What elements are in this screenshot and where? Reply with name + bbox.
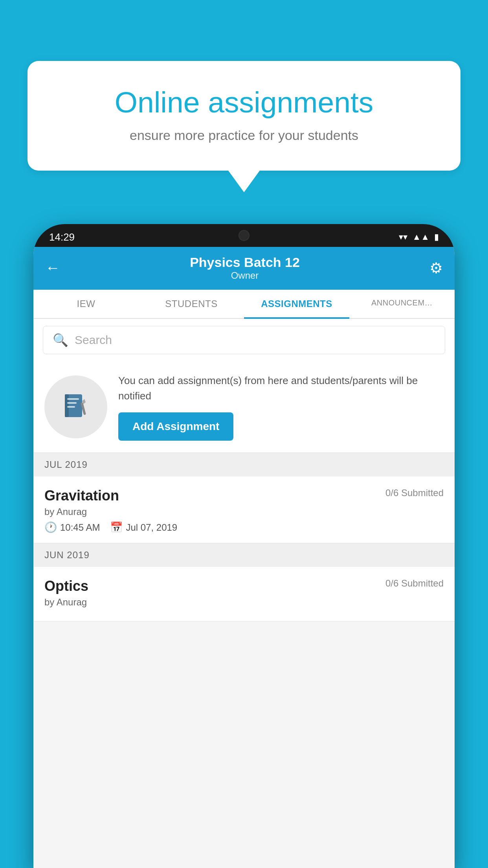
- month-header-jun: JUN 2019: [33, 543, 455, 567]
- header-title: Physics Batch 12: [60, 255, 429, 270]
- assignment-name-optics: Optics: [44, 578, 88, 594]
- status-icons: ▾▾ ▲▲ ▮: [399, 232, 439, 242]
- notebook-icon: [60, 391, 92, 423]
- header-subtitle: Owner: [60, 270, 429, 281]
- promo-card: You can add assignment(s) from here and …: [33, 361, 455, 453]
- tab-students[interactable]: STUDENTS: [139, 290, 244, 318]
- promo-content: You can add assignment(s) from here and …: [118, 373, 444, 441]
- speech-bubble: Online assignments ensure more practice …: [28, 61, 460, 171]
- phone-frame: 14:29 ▾▾ ▲▲ ▮ ← Physics Batch 12 Owner ⚙…: [33, 224, 455, 868]
- battery-icon: ▮: [434, 232, 439, 242]
- assignment-by-optics: by Anurag: [44, 597, 444, 608]
- app-screen: ← Physics Batch 12 Owner ⚙ IEW STUDENTS …: [33, 247, 455, 868]
- search-placeholder: Search: [75, 333, 112, 347]
- search-bar[interactable]: 🔍 Search: [43, 326, 445, 354]
- settings-icon[interactable]: ⚙: [429, 259, 443, 277]
- tab-assignments[interactable]: ASSIGNMENTS: [244, 290, 349, 318]
- wifi-icon: ▾▾: [399, 232, 407, 242]
- speech-bubble-container: Online assignments ensure more practice …: [28, 61, 460, 192]
- speech-bubble-arrow: [228, 171, 260, 192]
- calendar-icon: 📅: [110, 521, 123, 533]
- tab-iew[interactable]: IEW: [33, 290, 139, 318]
- svg-rect-3: [67, 402, 77, 404]
- header-center: Physics Batch 12 Owner: [60, 255, 429, 281]
- app-header: ← Physics Batch 12 Owner ⚙: [33, 247, 455, 290]
- assignment-item-optics[interactable]: Optics 0/6 Submitted by Anurag: [33, 567, 455, 622]
- tabs-container: IEW STUDENTS ASSIGNMENTS ANNOUNCEM…: [33, 290, 455, 319]
- assignment-row-title-optics: Optics 0/6 Submitted: [44, 578, 444, 594]
- search-icon: 🔍: [53, 333, 68, 348]
- assignment-time-gravitation: 🕐 10:45 AM: [44, 521, 100, 533]
- assignment-by-gravitation: by Anurag: [44, 506, 444, 517]
- signal-icon: ▲▲: [412, 232, 429, 242]
- back-button[interactable]: ←: [45, 259, 60, 276]
- svg-rect-4: [67, 406, 75, 408]
- month-header-jul: JUL 2019: [33, 453, 455, 476]
- assignment-date-gravitation: 📅 Jul 07, 2019: [110, 521, 177, 533]
- svg-rect-2: [67, 398, 79, 400]
- clock-icon: 🕐: [44, 521, 57, 533]
- phone-camera: [238, 230, 250, 241]
- add-assignment-button[interactable]: Add Assignment: [118, 412, 233, 441]
- phone-notch: [205, 224, 283, 246]
- svg-rect-1: [65, 394, 69, 417]
- assignment-name-gravitation: Gravitation: [44, 487, 119, 504]
- assignment-submitted-gravitation: 0/6 Submitted: [385, 487, 444, 498]
- bubble-subtitle: ensure more practice for your students: [55, 128, 433, 143]
- assignment-meta-gravitation: 🕐 10:45 AM 📅 Jul 07, 2019: [44, 521, 444, 533]
- bubble-title: Online assignments: [55, 85, 433, 120]
- search-bar-container: 🔍 Search: [33, 319, 455, 361]
- assignment-submitted-optics: 0/6 Submitted: [385, 578, 444, 589]
- promo-text: You can add assignment(s) from here and …: [118, 373, 444, 404]
- status-time: 14:29: [49, 231, 75, 243]
- assignment-row-title: Gravitation 0/6 Submitted: [44, 487, 444, 504]
- promo-icon-circle: [44, 375, 107, 438]
- tab-announcements[interactable]: ANNOUNCEM…: [349, 290, 455, 318]
- assignment-item-gravitation[interactable]: Gravitation 0/6 Submitted by Anurag 🕐 10…: [33, 476, 455, 543]
